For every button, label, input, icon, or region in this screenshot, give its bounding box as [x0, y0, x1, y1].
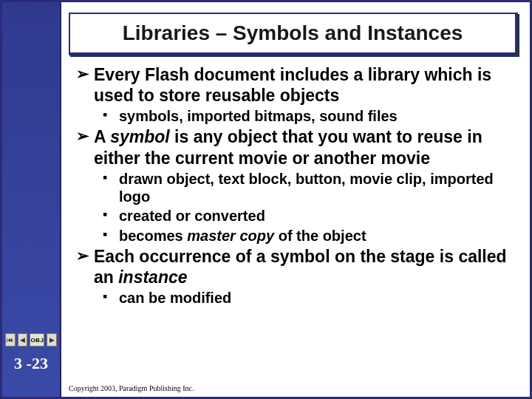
bullet-1a: symbols, imported bitmaps, sound files	[75, 107, 518, 125]
slide-title: Libraries – Symbols and Instances	[79, 21, 506, 45]
nav-next-button[interactable]: ▶	[47, 333, 57, 347]
copyright-text: Copyright 2003, Paradigm Publishing Inc.	[69, 384, 194, 392]
bullet-3a: can be modified	[75, 289, 518, 307]
bullet-2c-post: of the object	[274, 228, 366, 244]
bullet-2-pre: A	[94, 127, 110, 146]
nav-cluster: ⏮ ◀ OBJ ▶	[5, 333, 57, 347]
bullet-2c-em: master copy	[187, 228, 274, 244]
bullet-3: Each occurrence of a symbol on the stage…	[75, 246, 518, 287]
bullet-2a: drawn object, text block, button, movie …	[75, 170, 518, 206]
title-box: Libraries – Symbols and Instances	[69, 13, 518, 55]
bullet-2c: becomes master copy of the object	[75, 227, 518, 245]
bullet-1: Every Flash document includes a library …	[75, 64, 518, 106]
slide-number: 3 -23	[2, 354, 60, 373]
slide-container: ⏮ ◀ OBJ ▶ 3 -23 Libraries – Symbols and …	[0, 0, 532, 399]
bullet-2b: created or converted	[75, 207, 518, 225]
body-text: Every Flash document includes a library …	[69, 64, 518, 307]
bullet-3-em: instance	[118, 267, 187, 287]
nav-obj-button[interactable]: OBJ	[30, 333, 44, 347]
bullet-2: A symbol is any object that you want to …	[75, 126, 518, 168]
side-rail: ⏮ ◀ OBJ ▶ 3 -23	[2, 2, 61, 397]
main-content: Libraries – Symbols and Instances Every …	[61, 2, 530, 397]
nav-prev-button[interactable]: ◀	[18, 333, 28, 347]
bullet-2-em: symbol	[110, 127, 170, 146]
bullet-2c-pre: becomes	[119, 228, 187, 244]
nav-first-button[interactable]: ⏮	[5, 333, 16, 347]
